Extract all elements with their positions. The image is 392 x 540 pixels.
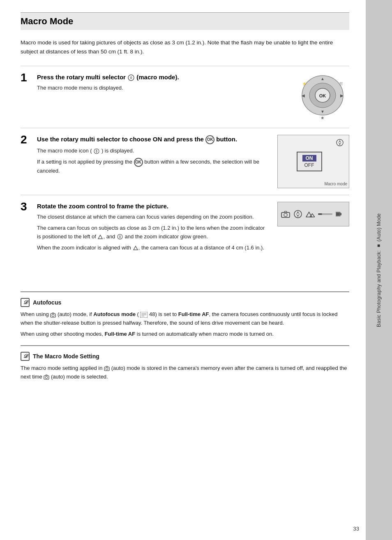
page-title: Macro Mode xyxy=(21,16,73,26)
svg-rect-27 xyxy=(336,212,340,216)
macro-setting-note-title: The Macro Mode Setting xyxy=(33,353,99,360)
page-ref-icon xyxy=(140,312,148,318)
svg-text:▶: ▶ xyxy=(340,93,344,98)
zoom-bar xyxy=(318,211,332,217)
step-3-section: 3 Rotate the zoom control to frame the p… xyxy=(21,195,349,261)
macro-icon xyxy=(127,74,135,81)
screen-macro-icon xyxy=(336,138,344,147)
macro-screen-label: Macro mode xyxy=(324,182,347,186)
step-3-number: 3 xyxy=(21,200,37,213)
step-3-body: Rotate the zoom control to frame the pic… xyxy=(37,202,269,254)
macro-menu-box: ON OFF xyxy=(297,152,322,171)
svg-text:☷: ☷ xyxy=(339,82,343,86)
step-2-desc: The macro mode icon ( ) is displayed. If… xyxy=(37,147,269,175)
svg-text:⚡: ⚡ xyxy=(302,81,307,86)
svg-text:◀: ◀ xyxy=(302,93,305,98)
svg-point-18 xyxy=(119,236,120,238)
camera-small-icon-2 xyxy=(104,365,110,371)
macro-screen-icon xyxy=(336,138,344,148)
step-3-desc-1: The closest distance at which the camera… xyxy=(37,213,269,222)
step-1-number: 1 xyxy=(21,71,37,84)
step-1-body: Press the rotary multi selector (macro m… xyxy=(37,73,288,95)
ok-icon-2: OK xyxy=(134,158,143,167)
svg-text:▲: ▲ xyxy=(321,76,325,81)
step-3-desc-2: The camera can focus on subjects as clos… xyxy=(37,224,269,241)
macro-on-option: ON xyxy=(302,155,316,162)
intro-paragraph: Macro mode is used for taking pictures o… xyxy=(21,38,349,56)
sidebar-tab: Basic Photography and Playback: ■ (Auto)… xyxy=(366,0,392,540)
mountain-icon-2 xyxy=(133,245,138,250)
step-2-heading: Use the rotary multi selector to choose … xyxy=(37,135,269,144)
svg-point-37 xyxy=(46,376,48,379)
ok-icon: OK xyxy=(205,135,214,144)
zoom-control-screen xyxy=(277,202,349,226)
svg-rect-26 xyxy=(340,213,341,215)
autofocus-body-2: When using other shooting modes, Full-ti… xyxy=(21,330,349,339)
step-2-number: 2 xyxy=(21,133,37,146)
svg-point-20 xyxy=(284,213,287,217)
svg-text:▼: ▼ xyxy=(321,109,325,114)
macro-off-option: OFF xyxy=(302,162,316,168)
zoom-mountain-icon xyxy=(306,210,315,218)
svg-rect-24 xyxy=(318,213,322,215)
svg-point-16 xyxy=(339,142,341,144)
step-1-desc: The macro mode menu is displayed. xyxy=(37,84,288,92)
note-icon-1: 𝒟 xyxy=(21,298,30,307)
note-icon-2: 𝒟 xyxy=(21,352,30,361)
mountain-icon xyxy=(97,234,103,239)
svg-point-22 xyxy=(297,213,299,215)
svg-point-14 xyxy=(96,150,97,152)
svg-text:❀: ❀ xyxy=(321,116,324,120)
step-3-heading: Rotate the zoom control to frame the pic… xyxy=(37,202,269,210)
macro-setting-note-body: The macro mode setting applied in (auto)… xyxy=(21,364,349,381)
rotary-selector-image: OK ▲ ▼ ◀ ▶ ⚡ ☷ ❀ xyxy=(296,73,349,120)
battery-icon xyxy=(336,212,341,217)
zoom-macro-icon xyxy=(293,210,302,219)
step-3-desc: The closest distance at which the camera… xyxy=(37,213,269,252)
autofocus-note-title: Autofocus xyxy=(33,299,61,306)
step-1-heading: Press the rotary multi selector (macro m… xyxy=(37,73,288,81)
step-1-section: 1 Press the rotary multi selector (macro… xyxy=(21,66,349,128)
autofocus-note-heading: 𝒟 Autofocus xyxy=(21,298,349,307)
macro-icon-2 xyxy=(117,233,123,240)
svg-point-1 xyxy=(130,77,132,78)
macro-setting-note: 𝒟 The Macro Mode Setting The macro mode … xyxy=(21,345,349,381)
step-3-desc-3: When the zoom indicator is aligned with … xyxy=(37,244,269,252)
macro-setting-note-heading: 𝒟 The Macro Mode Setting xyxy=(21,352,349,361)
camera-small-icon-3 xyxy=(44,374,49,380)
step-2-body: Use the rotary multi selector to choose … xyxy=(37,135,269,178)
step-1-image: OK ▲ ▼ ◀ ▶ ⚡ ☷ ❀ xyxy=(296,73,349,121)
svg-point-29 xyxy=(52,314,54,317)
camera-small-icon xyxy=(50,312,56,318)
svg-text:OK: OK xyxy=(319,93,326,98)
camera-icon xyxy=(281,210,290,218)
step-3-image xyxy=(277,202,349,226)
autofocus-body-1: When using (auto) mode, if Autofocus mod… xyxy=(21,310,349,328)
step-2-section: 2 Use the rotary multi selector to choos… xyxy=(21,128,349,195)
step-2-image: ON OFF Macro mode xyxy=(277,135,349,188)
title-bar: Macro Mode xyxy=(21,12,349,30)
svg-point-35 xyxy=(106,368,108,370)
macro-screen: ON OFF Macro mode xyxy=(277,135,349,188)
sidebar-tab-text: Basic Photography and Playback: ■ (Auto)… xyxy=(376,213,382,327)
page-number: 33 xyxy=(353,526,359,532)
autofocus-note: 𝒟 Autofocus When using (auto) mode, if A… xyxy=(21,291,349,338)
macro-setting-body: The macro mode setting applied in (auto)… xyxy=(21,364,349,381)
macro-small-icon xyxy=(93,148,100,155)
autofocus-note-body: When using (auto) mode, if Autofocus mod… xyxy=(21,310,349,338)
spacer xyxy=(21,261,349,286)
